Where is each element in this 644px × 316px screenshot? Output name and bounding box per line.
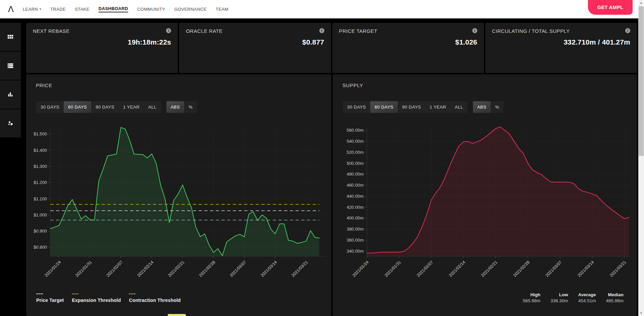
y-axis-label: 420.00m <box>346 205 364 210</box>
stat-card-oracle-rate: ORACLE RATEi$0.877 <box>179 23 331 73</box>
y-axis-label: 460.00m <box>346 183 364 188</box>
card-value: $1.026 <box>455 38 477 46</box>
info-icon[interactable]: i <box>625 28 630 33</box>
card-title: ORACLE RATE <box>186 28 222 34</box>
nav-item-label: DASHBOARD <box>99 6 128 11</box>
stat-label: Median <box>606 292 624 297</box>
y-axis-label: 480.00m <box>346 172 364 177</box>
x-axis-label: 2021/03/07 <box>544 260 562 278</box>
caret-down-icon: ▾ <box>40 7 41 11</box>
nav-item-label: COMMUNITY <box>137 7 165 12</box>
x-axis-label: 2021/03/21 <box>609 260 627 278</box>
y-axis-label: $1.100 <box>34 196 47 201</box>
nav-item-label: STAKE <box>75 7 90 12</box>
scrollbar-thumb[interactable] <box>639 6 644 156</box>
partial-bottom-element <box>168 314 186 316</box>
info-icon[interactable]: i <box>166 28 171 33</box>
y-axis-label: $1.200 <box>34 180 47 185</box>
x-axis-label: 2021/02/07 <box>416 260 434 278</box>
x-axis-label: 2021/02/21 <box>167 260 185 278</box>
stat-median: Median465.86m <box>606 292 624 303</box>
get-ampl-button[interactable]: GET AMPL <box>588 0 633 15</box>
sidebar-item-network[interactable] <box>0 109 21 137</box>
y-axis-label: 560.00m <box>346 128 364 133</box>
nav-item-label: TRADE <box>50 7 66 12</box>
info-icon[interactable]: i <box>319 28 324 33</box>
legend-dash-icon <box>72 294 78 294</box>
scroll-up-icon[interactable]: ▲ <box>638 0 644 6</box>
x-axis-label: 2021/02/07 <box>105 260 123 278</box>
stat-low: Low336.30m <box>550 292 568 303</box>
brand-logo-icon[interactable]: Λ <box>8 5 14 13</box>
nav-item-label: TEAM <box>216 7 228 12</box>
x-axis-label: 2021/03/07 <box>229 260 247 278</box>
x-axis-label: 2021/02/28 <box>513 260 531 278</box>
nav-item-learn[interactable]: LEARN▾ <box>23 7 41 12</box>
card-title: NEXT REBASE <box>33 28 69 34</box>
bubble-chart-icon <box>7 120 14 127</box>
y-axis-label: 440.00m <box>346 194 364 199</box>
y-axis-label: $1.400 <box>34 148 47 153</box>
card-title: PRICE TARGET <box>339 28 377 34</box>
legend-dash-icon <box>129 294 136 294</box>
supply-panel: SUPPLY 30 DAYS60 DAYS90 DAYS1 YEARALLABS… <box>333 74 637 316</box>
sidebar-item-charts[interactable] <box>0 80 21 109</box>
sidebar-item-list[interactable] <box>0 52 21 80</box>
stat-value: 565.98m <box>523 298 541 303</box>
stat-value: 454.51m <box>578 298 596 303</box>
x-axis-label: 2021/02/21 <box>480 260 498 278</box>
nav-item-stake[interactable]: STAKE <box>75 7 90 12</box>
legend-item-contraction-threshold: Contraction Threshold <box>129 294 180 303</box>
y-axis-label: 540.00m <box>346 139 364 144</box>
stat-value: 465.86m <box>606 298 624 303</box>
x-axis-label: 2021/01/24 <box>44 260 62 278</box>
legend-label: Price Target <box>36 298 64 303</box>
scrollbar[interactable]: ▲ ▼ <box>638 0 644 316</box>
supply-stats: High565.98mLow336.30mAverage454.51mMedia… <box>523 292 624 303</box>
stat-average: Average454.51m <box>578 292 596 303</box>
nav-item-trade[interactable]: TRADE <box>50 7 66 12</box>
scroll-down-icon[interactable]: ▼ <box>638 310 644 316</box>
stat-high: High565.98m <box>523 292 541 303</box>
y-axis-label: $1.500 <box>34 131 47 136</box>
stat-card-next-rebase: NEXT REBASEi19h:18m:22s <box>26 23 178 73</box>
sidebar <box>0 18 21 316</box>
nav-item-governance[interactable]: GOVERNANCE <box>174 7 207 12</box>
y-axis-label: $1.300 <box>34 164 47 169</box>
stat-label: Low <box>550 292 568 297</box>
price-chart[interactable]: $0.800$0.900$1.000$1.100$1.200$1.300$1.4… <box>26 74 331 316</box>
price-panel: PRICE 30 DAYS60 DAYS90 DAYS1 YEARALLABS%… <box>26 74 331 316</box>
legend-label: Contraction Threshold <box>129 298 180 303</box>
legend-item-price-target: Price Target <box>36 294 64 303</box>
bar-chart-icon <box>7 91 14 98</box>
nav-item-label: LEARN <box>23 7 38 12</box>
y-axis-label: $0.900 <box>34 229 47 234</box>
x-axis-label: 2021/03/14 <box>577 260 595 278</box>
stat-card-circulating-total-supply: CIRCULATING / TOTAL SUPPLYi332.710m / 40… <box>485 23 637 73</box>
nav-item-team[interactable]: TEAM <box>216 7 228 12</box>
y-axis-label: 500.00m <box>346 161 364 166</box>
info-icon[interactable]: i <box>472 28 477 33</box>
x-axis-label: 2021/02/14 <box>448 260 466 278</box>
y-axis-label: 380.00m <box>346 227 364 232</box>
nav-item-community[interactable]: COMMUNITY <box>137 7 165 12</box>
x-axis-label: 2021/03/14 <box>260 260 278 278</box>
x-axis-label: 2021/01/24 <box>352 260 370 278</box>
card-title: CIRCULATING / TOTAL SUPPLY <box>492 28 570 34</box>
card-value: 332.710m / 401.27m <box>564 38 630 46</box>
y-axis-label: 360.00m <box>346 238 364 243</box>
y-axis-label: 520.00m <box>346 150 364 155</box>
sidebar-item-dashboard[interactable] <box>0 23 21 51</box>
y-axis-label: $0.800 <box>34 245 47 250</box>
price-legend: Price TargetExpansion ThresholdContracti… <box>36 294 181 303</box>
supply-chart[interactable]: 340.00m360.00m380.00m400.00m420.00m440.0… <box>333 74 637 316</box>
stat-card-price-target: PRICE TARGETi$1.026 <box>332 23 484 73</box>
x-axis-label: 2021/02/14 <box>136 260 154 278</box>
nav-items: LEARN▾TRADESTAKEDASHBOARDCOMMUNITYGOVERN… <box>23 6 228 12</box>
chart-panels: PRICE 30 DAYS60 DAYS90 DAYS1 YEARALLABS%… <box>26 74 637 316</box>
y-axis-label: $1.000 <box>34 212 47 217</box>
grid-icon <box>7 33 14 41</box>
nav-item-dashboard[interactable]: DASHBOARD <box>99 6 128 12</box>
series-area <box>367 127 629 256</box>
legend-dash-icon <box>36 294 43 294</box>
